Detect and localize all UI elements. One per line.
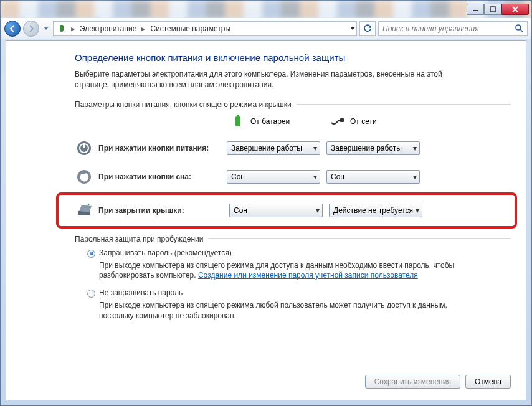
lid-plugged-select[interactable]: Действие не требуется▾: [329, 204, 422, 217]
column-battery-label: От батареи: [250, 117, 290, 126]
radio-no-password[interactable]: [87, 290, 95, 298]
svg-line-6: [520, 29, 523, 32]
footer: Сохранить изменения Отмена: [365, 375, 511, 389]
sleep-plugged-select[interactable]: Сон▾: [326, 170, 420, 184]
breadcrumb-bar[interactable]: ▸ Электропитание ▸ Системные параметры: [53, 21, 357, 36]
radio-label: Не запрашивать пароль: [99, 288, 183, 297]
back-button[interactable]: [4, 21, 21, 37]
lid-battery-select[interactable]: Сон▾: [229, 204, 323, 217]
chevron-down-icon: ▾: [316, 206, 320, 215]
refresh-button[interactable]: [359, 21, 376, 36]
nav-history-dropdown[interactable]: [42, 22, 50, 35]
column-plugged-label: От сети: [350, 117, 377, 126]
maximize-button[interactable]: [484, 4, 501, 15]
divider: [297, 104, 511, 105]
radio-label: Запрашивать пароль (рекомендуется): [99, 248, 232, 257]
power-plugged-select[interactable]: Завершение работы▾: [326, 141, 420, 155]
svg-rect-4: [60, 25, 64, 31]
forward-button[interactable]: [23, 21, 39, 37]
power-icon: [75, 139, 93, 158]
save-button[interactable]: Сохранить изменения: [365, 375, 460, 389]
svg-rect-9: [340, 118, 344, 122]
page-description: Выберите параметры электропитания для эт…: [75, 69, 473, 90]
content-area: Определение кнопок питания и включение п…: [6, 40, 526, 400]
row-label: При закрытии крышки:: [98, 206, 229, 215]
link-create-password[interactable]: Создание или изменение пароля учетной за…: [198, 271, 418, 280]
chevron-down-icon: ▾: [413, 172, 417, 181]
row-power-button: При нажатии кнопки питания: Завершение р…: [75, 135, 511, 161]
chevron-down-icon: ▾: [313, 172, 317, 181]
svg-rect-7: [235, 116, 240, 126]
row-lid-close: При закрытии крышки: Сон▾ Действие не тр…: [56, 192, 517, 229]
column-plugged-header: От сети: [330, 114, 430, 129]
chevron-right-icon[interactable]: ▸: [139, 22, 148, 35]
power-options-icon: [56, 23, 67, 34]
close-button[interactable]: [501, 4, 529, 15]
radio-description: При выходе компьютера из спящего режима …: [87, 300, 461, 321]
section-buttons-legend: Параметры кнопки питания, кнопки спящего…: [75, 100, 292, 109]
sleep-battery-select[interactable]: Сон▾: [227, 170, 320, 184]
cancel-button[interactable]: Отмена: [465, 375, 511, 389]
row-sleep-button: При нажатии кнопки сна: Сон▾ Сон▾: [75, 164, 511, 190]
chevron-down-icon[interactable]: [350, 27, 355, 31]
divider: [208, 238, 511, 239]
battery-icon: [230, 114, 245, 129]
row-label: При нажатии кнопки питания:: [98, 144, 227, 153]
search-icon[interactable]: [515, 24, 523, 34]
chevron-down-icon: ▾: [313, 144, 317, 153]
search-box[interactable]: [378, 21, 528, 36]
window: ▸ Электропитание ▸ Системные параметры О…: [0, 0, 532, 406]
aero-blur-bg: [1, 1, 531, 18]
svg-rect-1: [490, 7, 495, 12]
power-battery-select[interactable]: Завершение работы▾: [227, 141, 320, 155]
section-password-legend: Парольная защита при пробуждении: [75, 235, 203, 243]
column-battery-header: От батареи: [230, 114, 330, 129]
svg-rect-8: [237, 115, 239, 116]
row-label: При нажатии кнопки сна:: [98, 172, 227, 181]
radio-description: При выходе компьютера из спящего режима …: [87, 260, 461, 281]
minimize-button[interactable]: [467, 4, 484, 15]
navbar: ▸ Электропитание ▸ Системные параметры: [1, 18, 531, 39]
svg-point-5: [516, 25, 521, 30]
search-input[interactable]: [382, 24, 515, 33]
chevron-down-icon: ▾: [416, 206, 419, 215]
page-title: Определение кнопок питания и включение п…: [75, 52, 511, 63]
laptop-lid-icon: [75, 201, 93, 220]
breadcrumb-item[interactable]: Электропитание: [77, 22, 139, 35]
plug-icon: [330, 114, 345, 129]
chevron-right-icon[interactable]: ▸: [69, 22, 77, 35]
sleep-icon: [75, 168, 93, 186]
chevron-down-icon: ▾: [413, 144, 417, 153]
radio-require-password[interactable]: [87, 250, 95, 258]
breadcrumb-item[interactable]: Системные параметры: [148, 22, 233, 35]
